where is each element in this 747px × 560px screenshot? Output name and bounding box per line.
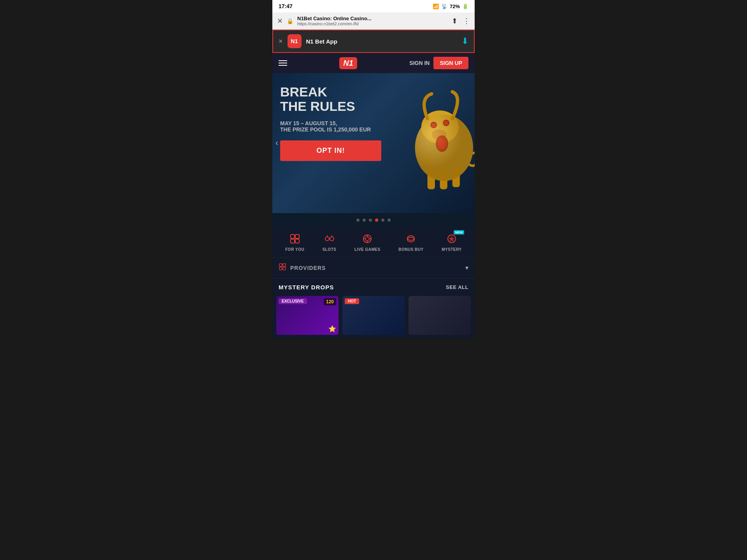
game-card-2[interactable]: HOT	[342, 296, 405, 335]
svg-point-18	[330, 237, 334, 241]
browser-actions: ⬆ ⋮	[452, 17, 470, 25]
browser-bar: ✕ 🔒 N1Bet Casino: Online Casino... https…	[272, 12, 475, 30]
carousel-dot-2[interactable]	[363, 219, 366, 222]
nav-bar: N1 SIGN IN SIGN UP	[272, 53, 475, 73]
signin-button[interactable]: SIGN IN	[409, 60, 430, 66]
mystery-drops-header: MYSTERY DROPS SEE ALL	[272, 278, 475, 296]
hero-line2: THE RULES	[280, 99, 392, 114]
svg-point-17	[325, 237, 329, 241]
browser-close-icon[interactable]: ✕	[277, 17, 283, 25]
carousel-dot-6[interactable]	[388, 219, 391, 222]
hero-wrapper: BREAK THE RULES MAY 15 – AUGUST 15, THE …	[272, 73, 475, 227]
svg-rect-34	[279, 264, 282, 266]
live-games-icon	[361, 233, 374, 245]
for-you-icon	[289, 233, 301, 245]
hamburger-line	[279, 65, 287, 66]
bonus-buy-icon	[405, 233, 417, 245]
hamburger-line	[279, 63, 287, 63]
svg-rect-37	[283, 267, 286, 270]
for-you-label: FOR YOU	[285, 247, 304, 252]
svg-rect-36	[279, 267, 282, 270]
browser-title: N1Bet Casino: Online Casino...	[297, 16, 448, 21]
mystery-label: MYSTERY	[442, 247, 461, 252]
signal-icon: 📡	[441, 4, 447, 9]
providers-icon	[279, 263, 286, 273]
category-live-games[interactable]: LIVE GAMES	[354, 233, 381, 252]
live-games-label: LIVE GAMES	[354, 247, 381, 252]
carousel-dot-3[interactable]	[369, 219, 372, 222]
providers-dropdown[interactable]: PROVIDERS ▾	[272, 257, 475, 278]
providers-label: PROVIDERS	[290, 265, 465, 271]
categories-bar: FOR YOU SLOTS	[272, 227, 475, 257]
url-area: N1Bet Casino: Online Casino... https://c…	[297, 16, 448, 26]
signup-button[interactable]: SIGN UP	[433, 57, 468, 69]
category-mystery[interactable]: NEW MYSTERY	[442, 233, 461, 252]
hero-text-area: BREAK THE RULES MAY 15 – AUGUST 15, THE …	[280, 85, 392, 161]
optin-button[interactable]: OPT IN!	[280, 140, 381, 161]
banner-logo-text: N1	[291, 38, 298, 44]
see-all-button[interactable]: SEE ALL	[446, 284, 468, 290]
game-card-1[interactable]: EXCLUSIVE 120 ⭐	[276, 296, 338, 335]
status-bar-right: 📶 📡 72% 🔋	[433, 4, 468, 9]
hero-section: BREAK THE RULES MAY 15 – AUGUST 15, THE …	[272, 73, 475, 213]
game-cards-row: EXCLUSIVE 120 ⭐ HOT	[272, 296, 475, 339]
hero-prize: THE PRIZE POOL IS 1,250,000 EUR	[280, 126, 392, 133]
hot-badge: HOT	[345, 298, 359, 304]
category-slots[interactable]: SLOTS	[323, 233, 337, 252]
nav-actions: SIGN IN SIGN UP	[409, 57, 468, 69]
svg-rect-16	[295, 239, 299, 243]
banner-download-icon[interactable]: ⬇	[461, 36, 468, 46]
svg-point-23	[365, 237, 369, 241]
logo-text: N1	[343, 59, 353, 68]
battery-icon: 🔋	[462, 4, 468, 9]
browser-url: https://casino.n1bet2.com/en-IN/	[297, 21, 448, 26]
hero-date: MAY 15 – AUGUST 15,	[280, 120, 392, 126]
carousel-dots	[272, 213, 475, 227]
status-bar: 17:47 📶 📡 72% 🔋	[272, 0, 475, 12]
carousel-prev-arrow[interactable]: ‹	[275, 138, 278, 148]
wifi-icon: 📶	[433, 4, 439, 9]
share-icon[interactable]: ⬆	[452, 17, 458, 25]
mystery-drops-title: MYSTERY DROPS	[279, 284, 334, 290]
phone-frame: 17:47 📶 📡 72% 🔋 ✕ 🔒 N1Bet Casino: Online…	[272, 0, 475, 339]
category-for-you[interactable]: FOR YOU	[285, 233, 304, 252]
bonus-buy-label: BONUS BUY	[398, 247, 424, 252]
slots-icon	[323, 233, 336, 245]
status-time: 17:47	[279, 3, 293, 9]
svg-rect-35	[283, 264, 286, 266]
new-badge: NEW	[454, 230, 464, 234]
app-install-banner: × N1 N1 Bet App ⬇	[272, 30, 475, 53]
star-icon: ⭐	[328, 325, 336, 332]
carousel-dot-4[interactable]	[375, 219, 378, 222]
lock-icon: 🔒	[287, 18, 293, 24]
carousel-dot-1[interactable]	[356, 219, 359, 222]
hero-bull-image	[393, 73, 475, 198]
category-bonus-buy[interactable]: BONUS BUY	[398, 233, 424, 252]
svg-point-12	[415, 115, 473, 181]
exclusive-badge: EXCLUSIVE	[279, 298, 307, 304]
game-card-3[interactable]	[409, 296, 471, 335]
battery-label: 72%	[450, 4, 460, 9]
banner-close-button[interactable]: ×	[279, 37, 283, 46]
svg-rect-13	[291, 234, 295, 238]
svg-rect-14	[295, 234, 299, 238]
slots-label: SLOTS	[323, 247, 337, 252]
providers-chevron-icon: ▾	[465, 264, 468, 271]
site-logo[interactable]: N1	[339, 57, 357, 69]
card-number-1: 120	[324, 298, 336, 305]
svg-marker-33	[449, 236, 455, 242]
banner-logo: N1	[288, 34, 302, 48]
more-icon[interactable]: ⋮	[463, 17, 470, 25]
hamburger-line	[279, 60, 287, 61]
carousel-dot-5[interactable]	[381, 219, 384, 222]
hero-line1: BREAK	[280, 85, 392, 99]
banner-app-name: N1 Bet App	[306, 38, 457, 45]
hamburger-menu[interactable]	[279, 60, 287, 66]
svg-rect-15	[291, 239, 295, 243]
